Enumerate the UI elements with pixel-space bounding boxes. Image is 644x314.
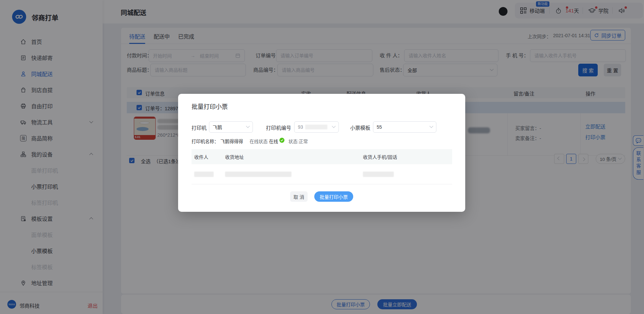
chevron-down-icon: [429, 124, 433, 128]
printer-status-text: 状态:正常: [288, 138, 308, 144]
printer-no-value: 93: [298, 124, 303, 130]
chevron-down-icon: [246, 124, 250, 128]
printer-name-value: 飞鹅得得得: [220, 138, 243, 144]
template-label: 小票模板: [350, 124, 370, 131]
redacted-printer-no: [305, 125, 327, 129]
modal-title: 批量打印小票: [192, 102, 228, 111]
redacted-receiver-name: [194, 172, 214, 177]
confirm-batch-print-button[interactable]: 批量打印小票: [314, 191, 353, 202]
online-check-icon: [279, 138, 284, 143]
col-phone: 收货人手机/固话: [327, 153, 452, 160]
modal-table-header: 收件人 收货地址 收货人手机/固话: [192, 149, 452, 164]
col-receiver: 收件人: [192, 153, 225, 160]
printer-select[interactable]: 飞鹅: [209, 121, 253, 133]
printer-value: 飞鹅: [213, 124, 222, 130]
chevron-down-icon: [332, 124, 335, 128]
printer-name-label: 打印机名称：: [192, 138, 219, 144]
template-value: 55: [377, 124, 382, 130]
redacted-phone: [363, 172, 394, 177]
printer-no-select[interactable]: 93: [294, 121, 339, 133]
online-status-value: 在线: [269, 138, 278, 144]
printer-no-label: 打印机编号: [266, 124, 291, 131]
modal-print-table: 收件人 收货地址 收货人手机/固话: [192, 149, 452, 184]
printer-label: 打印机: [192, 124, 207, 131]
online-status-label: 在线状态: [250, 138, 268, 144]
batch-print-modal: 批量打印小票 打印机 飞鹅 打印机编号 93 小票模板 55 打印机名称： 飞鹅…: [178, 94, 465, 212]
cancel-button[interactable]: 取 消: [290, 191, 308, 202]
redacted-address: [225, 172, 291, 177]
col-address: 收货地址: [225, 153, 327, 160]
template-select[interactable]: 55: [373, 121, 436, 133]
modal-table-row: [192, 164, 452, 184]
